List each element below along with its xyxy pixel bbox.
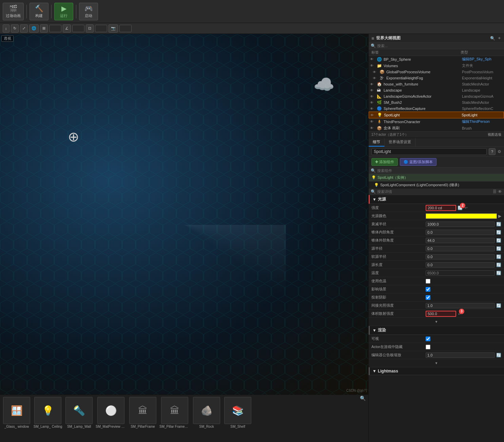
outliner-item-volumes[interactable]: 👁 📁 Volumes 文件夹 [369, 62, 504, 69]
visibility-icon-volumes[interactable]: 👁 [370, 64, 375, 68]
src-length-reset-icon[interactable]: 🔄 [496, 263, 501, 267]
outliner-item-character[interactable]: 👁 🧍 ThirdPersonCharacter 编辑ThirdPerson [369, 118, 504, 125]
prop-row-expand[interactable]: ▼ [369, 318, 504, 326]
build-button[interactable]: 🔨 构建 [30, 3, 49, 20]
prop-checkbox-hidden-in-game[interactable] [426, 345, 430, 349]
prop-input-attenuation[interactable] [426, 222, 495, 227]
viewport[interactable]: ⊕ ☁️ 透视 CSDN @妙刁 [0, 34, 368, 395]
visibility-icon-house[interactable]: 👁 [370, 82, 375, 86]
scale-snap-input[interactable]: 0.25 [95, 25, 107, 32]
asset-item-mat-preview[interactable]: ⚪ SM_MatPreview Mesh_02 [95, 396, 127, 441]
outliner-item-landscape[interactable]: 👁 🏔 Landscape Landscape [369, 87, 504, 93]
transform-scale[interactable]: ⤢ [20, 24, 28, 33]
visibility-icon-fog[interactable]: 👁 [373, 76, 378, 80]
visibility-icon-landscape[interactable]: 👁 [370, 89, 375, 92]
actor-name-input[interactable] [371, 148, 487, 155]
help-button[interactable]: ? [489, 148, 496, 155]
visibility-icon-postprocess[interactable]: 👁 [373, 70, 378, 74]
color-swatch[interactable] [426, 213, 497, 219]
visibility-icon-bush[interactable]: 👁 [370, 101, 375, 104]
prop-input-src-length[interactable] [426, 262, 495, 268]
prop-input-soft-radius[interactable] [426, 254, 495, 260]
grid-snap-input[interactable]: 10 [49, 25, 61, 32]
section-render[interactable]: ▼ 渲染 [369, 326, 504, 335]
editor-scale-reset-icon[interactable]: 🔄 [496, 353, 501, 358]
prop-checkbox-use-temp[interactable] [426, 279, 430, 284]
blueprint-button[interactable]: 🔵 蓝图/添加脚本 [400, 158, 437, 166]
outliner-item-spotlight[interactable]: 👁 💡 SpotLight SpotLight [369, 112, 504, 118]
visibility-icon-sphere[interactable]: 👁 [370, 107, 375, 111]
details-list-icon[interactable]: ☰ [493, 189, 497, 194]
prop-input-intensity[interactable] [426, 205, 456, 211]
asset-item-pillar-frame[interactable]: 🏛 SM_PillarFrame [128, 396, 158, 441]
asset-item-rock[interactable]: 🪨 SM_Rock [191, 396, 222, 441]
asset-item-lamp-wall[interactable]: 🔦 SM_Lamp_Wall [64, 396, 94, 441]
transform-rotate[interactable]: ↻ [11, 24, 19, 33]
asset-search-icon[interactable]: 🔍 [360, 396, 366, 401]
camera-speed[interactable]: 📷 [109, 24, 118, 33]
outliner-item-sphere[interactable]: 👁 🔵 SphereReflectionCapture SphereReflec… [369, 105, 504, 112]
prop-input-volumetric[interactable] [426, 311, 456, 317]
prop-checkbox-cast-shadow[interactable] [426, 295, 430, 300]
outer-angle-reset-icon[interactable]: 🔄 [496, 238, 501, 243]
component-item-spotlight[interactable]: 💡 SpotLightComponent (LightComponent0) (… [369, 181, 504, 189]
visibility-icon-gizmo[interactable]: 👁 [370, 95, 375, 98]
tab-world-settings[interactable]: 世界场景设置 [385, 138, 415, 147]
outliner-search-input[interactable] [377, 44, 502, 48]
settings-icon[interactable]: ⚙ [498, 149, 501, 154]
attenuation-reset-icon[interactable]: 🔄 [496, 222, 501, 227]
play-button[interactable]: ▶ 运行 [54, 3, 73, 20]
section-lightmass[interactable]: ▼ Lightmass [369, 367, 504, 375]
world-local-toggle[interactable]: 🌐 [29, 24, 39, 33]
add-component-button[interactable]: ✚ 添加组件 [371, 158, 398, 166]
inner-angle-reset-icon[interactable]: 🔄 [496, 230, 501, 235]
transform-gizmo[interactable]: ⊕ [68, 129, 79, 145]
prop-input-outer-angle[interactable] [426, 238, 495, 243]
indirect-intensity-reset-icon[interactable]: 🔄 [496, 303, 501, 308]
visibility-icon-brush[interactable]: 👁 [370, 126, 375, 130]
asset-item-shelf[interactable]: 📚 SM_Shelf [222, 396, 253, 441]
outliner-item-house[interactable]: 👁 🏠 house_with_furniture StaticMeshActor [369, 81, 504, 87]
outliner-item-postprocess[interactable]: 👁 📦 GlobalPostProcessVolume PostProcessV… [369, 69, 504, 75]
prop-input-inner-angle[interactable] [426, 230, 495, 235]
src-radius-reset-icon[interactable]: 🔄 [496, 246, 501, 251]
launch-button[interactable]: 🎮 启动 [79, 3, 98, 20]
tab-details[interactable]: 细节 [369, 138, 385, 147]
details-search-input[interactable] [377, 190, 491, 194]
visibility-icon-spotlight[interactable]: 👁 [370, 113, 376, 117]
prop-input-temperature[interactable] [426, 270, 495, 276]
expand-arrow-2-icon[interactable]: ▼ [435, 361, 438, 365]
angle-snap-input[interactable]: 10° [72, 25, 84, 32]
outliner-item-brush[interactable]: 👁 📦 盒体 画刷 Brush [369, 125, 504, 131]
angle-snap-toggle[interactable]: ∠ [63, 24, 71, 33]
asset-item-lamp-ceiling[interactable]: 💡 SM_Lamp_ Ceiling [33, 396, 63, 441]
outliner-item-bp-sky[interactable]: 👁 🌐 BP_Sky_Sphere 编辑BP_Sky_Sph [369, 56, 504, 62]
color-expand-icon[interactable]: ▶ [498, 214, 501, 218]
expand-arrow-icon[interactable]: ▼ [435, 320, 438, 324]
snap-toggle[interactable]: ⊞ [40, 24, 48, 33]
prop-input-indirect-intensity[interactable] [426, 303, 495, 308]
asset-item-glass-window[interactable]: 🪟 _Glass_ window [1, 396, 32, 441]
component-search-input[interactable] [377, 169, 502, 173]
prop-row-expand-2[interactable]: ▼ [369, 359, 504, 367]
prop-input-src-radius[interactable] [426, 246, 495, 251]
soft-radius-reset-icon[interactable]: 🔄 [496, 254, 501, 259]
transform-translate[interactable]: ↕ [3, 24, 9, 33]
visibility-icon-bp-sky[interactable]: 👁 [370, 57, 375, 61]
scale-snap-toggle[interactable]: ⊡ [86, 24, 94, 33]
view-options-btn[interactable]: 视图选项 [488, 132, 501, 137]
section-light-source[interactable]: ▼ 光源 [369, 195, 504, 204]
outliner-expand-icon[interactable]: 🔍 [490, 36, 495, 41]
outliner-item-landscape-gizmo[interactable]: 👁 📐 LandscapeGizmoActiveActor LandscapeG… [369, 93, 504, 99]
prop-checkbox-affect-world[interactable] [426, 287, 430, 292]
outliner-item-fog[interactable]: 👁 🌫 ExponentialHeightFog ExponentialHeig… [369, 75, 504, 81]
prop-input-editor-scale[interactable] [426, 352, 495, 358]
details-eye-icon[interactable]: 👁 [498, 189, 502, 194]
asset-item-pillar-frame300[interactable]: 🏛 SM_Pillar Frame300 [159, 396, 191, 441]
outliner-add-icon[interactable]: ＋ [497, 35, 501, 41]
prop-checkbox-visible[interactable] [426, 337, 430, 341]
outliner-item-bush[interactable]: 👁 🌿 SM_Bush2 StaticMeshActor [369, 99, 504, 105]
visibility-icon-character[interactable]: 👁 [370, 120, 375, 123]
temperature-reset-icon[interactable]: 🔄 [496, 271, 501, 275]
camera-speed-input[interactable]: 4 [119, 25, 132, 32]
